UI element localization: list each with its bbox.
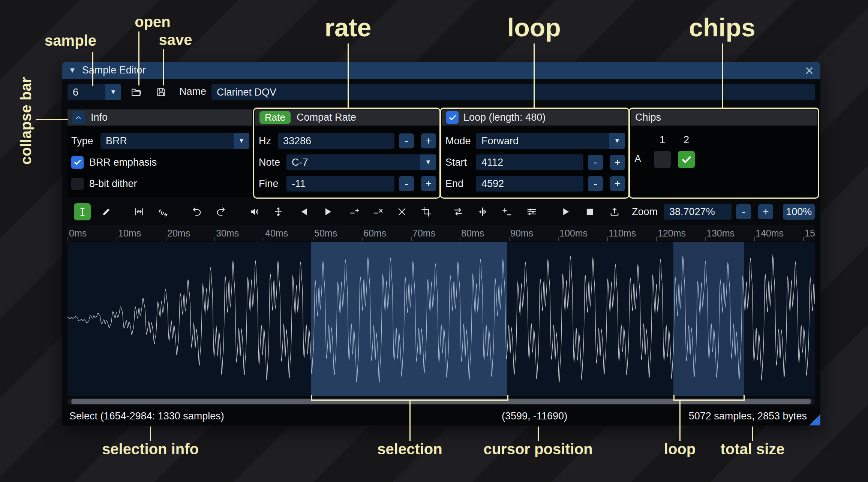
loop-enable-checkbox[interactable]: [446, 111, 459, 124]
annotation-save: save: [159, 31, 192, 48]
stop-icon: [585, 207, 595, 217]
apply-silence-icon: [373, 207, 383, 217]
normalize-button[interactable]: [270, 203, 286, 220]
fine-input[interactable]: -11: [286, 176, 394, 192]
sample-name-input[interactable]: Clarinet DQV: [211, 84, 815, 100]
loop-end-input[interactable]: 4592: [476, 176, 583, 192]
filter-button[interactable]: [523, 203, 540, 220]
timeline-tick: [460, 237, 460, 241]
zoom-label: Zoom: [632, 206, 658, 218]
chip-1-checkbox[interactable]: [654, 151, 671, 168]
total-size-text: 5072 samples, 2853 bytes: [689, 410, 807, 422]
timeline-ruler[interactable]: 0ms10ms20ms30ms40ms50ms60ms70ms80ms90ms1…: [67, 225, 815, 241]
preview-button[interactable]: [557, 203, 574, 220]
fine-minus-button[interactable]: -: [399, 176, 414, 191]
fade-out-button[interactable]: [319, 203, 336, 220]
chip-2-checkbox[interactable]: [678, 151, 695, 168]
selection-region[interactable]: [311, 242, 507, 396]
hz-minus-button[interactable]: -: [399, 133, 414, 148]
filter-icon: [526, 207, 537, 217]
sample-number-dropdown[interactable]: 6 ▼: [67, 84, 121, 100]
timeline-tick: [656, 237, 657, 241]
loop-end-plus-button[interactable]: +: [610, 176, 625, 191]
invert-button[interactable]: [474, 203, 491, 220]
loop-start-value: 4112: [481, 157, 503, 168]
timeline-label: 0ms: [69, 228, 87, 239]
timeline-tick: [558, 237, 559, 241]
sample-editor-window: ▼ Sample Editor × 6 ▼ Name Clarinet DQV: [62, 62, 820, 425]
apply-silence-button[interactable]: [369, 203, 386, 220]
ibeam-icon: [77, 207, 88, 217]
open-sample-button[interactable]: [128, 84, 145, 100]
stop-preview-button[interactable]: [581, 203, 598, 220]
edit-draw-button[interactable]: [98, 203, 115, 220]
zoom-input[interactable]: 38.7027%: [664, 204, 732, 220]
loop-mode-dropdown[interactable]: Forward ▼: [476, 133, 625, 149]
window-titlebar[interactable]: ▼ Sample Editor ×: [62, 62, 820, 79]
delete-button[interactable]: [393, 203, 410, 220]
reverse-button[interactable]: [450, 203, 466, 220]
trim-icon: [421, 207, 432, 217]
waveform-scrollbar[interactable]: [67, 398, 815, 405]
window-collapse-icon[interactable]: ▼: [69, 66, 76, 75]
import-button[interactable]: [606, 203, 623, 220]
tab-compat-rate[interactable]: Compat Rate: [297, 112, 356, 123]
chevron-down-icon: ▼: [609, 133, 625, 149]
insert-silence-button[interactable]: [346, 203, 363, 220]
tab-rate[interactable]: Rate: [259, 111, 291, 124]
annotation-line-loop: [534, 43, 535, 108]
annotation-bracket-selection-right: [507, 395, 508, 400]
annotation-rate: rate: [325, 13, 372, 42]
annotation-line-chips: [722, 43, 723, 108]
status-bar: Select (1654-2984: 1330 samples) (3599, …: [62, 407, 820, 425]
annotation-line-selection-info: [150, 427, 151, 441]
loop-end-label: End: [445, 178, 476, 190]
undo-button[interactable]: [188, 203, 205, 220]
redo-button[interactable]: [212, 203, 229, 220]
resize-grip[interactable]: [809, 414, 820, 425]
close-icon[interactable]: ×: [805, 63, 814, 78]
trim-button[interactable]: [418, 203, 435, 220]
sign-button[interactable]: [498, 203, 515, 220]
annotation-loop-bottom: loop: [664, 441, 696, 458]
hz-plus-button[interactable]: +: [421, 133, 436, 148]
resize-button[interactable]: [130, 203, 147, 220]
fine-label: Fine: [259, 178, 286, 190]
note-dropdown[interactable]: C-7 ▼: [286, 154, 436, 170]
save-sample-button[interactable]: [153, 84, 169, 100]
resize-icon: [134, 207, 144, 217]
zoom-out-button[interactable]: -: [736, 204, 751, 219]
timeline-label: 50ms: [314, 228, 337, 239]
zoom-reset-button[interactable]: 100%: [783, 204, 815, 220]
timeline-label: 120ms: [658, 228, 686, 239]
timeline-label: 150: [805, 228, 815, 239]
loop-mode-label: Mode: [445, 135, 476, 147]
type-dropdown[interactable]: BRR ▼: [100, 133, 249, 149]
fade-in-button[interactable]: [296, 203, 313, 220]
amplify-button[interactable]: [246, 203, 263, 220]
loop-end-minus-button[interactable]: -: [588, 176, 603, 191]
edit-select-button[interactable]: [74, 203, 91, 220]
speaker-icon: [249, 207, 260, 217]
resample-button[interactable]: [154, 203, 171, 220]
annotation-selection: selection: [377, 441, 442, 458]
timeline-label: 80ms: [461, 228, 484, 239]
hz-input[interactable]: 33286: [278, 133, 394, 149]
fine-plus-button[interactable]: +: [421, 176, 436, 191]
annotation-selection-info: selection info: [102, 441, 199, 458]
dither-checkbox[interactable]: [71, 178, 84, 190]
annotation-total-size: total size: [720, 441, 784, 458]
brr-emphasis-checkbox[interactable]: [71, 156, 84, 169]
timeline-tick: [754, 237, 755, 241]
zoom-in-button[interactable]: +: [758, 204, 773, 219]
loop-start-plus-button[interactable]: +: [610, 155, 625, 170]
invert-icon: [477, 207, 488, 217]
brr-emphasis-row: BRR emphasis: [71, 154, 249, 170]
timeline-tick: [705, 237, 706, 241]
loop-start-input[interactable]: 4112: [476, 154, 583, 170]
cursor-position-text: (3599, -11690): [502, 410, 567, 422]
fade-out-icon: [323, 207, 333, 217]
loop-header: Loop (length: 480): [442, 109, 628, 126]
collapse-bar-button[interactable]: [72, 111, 85, 124]
loop-start-minus-button[interactable]: -: [588, 155, 603, 170]
